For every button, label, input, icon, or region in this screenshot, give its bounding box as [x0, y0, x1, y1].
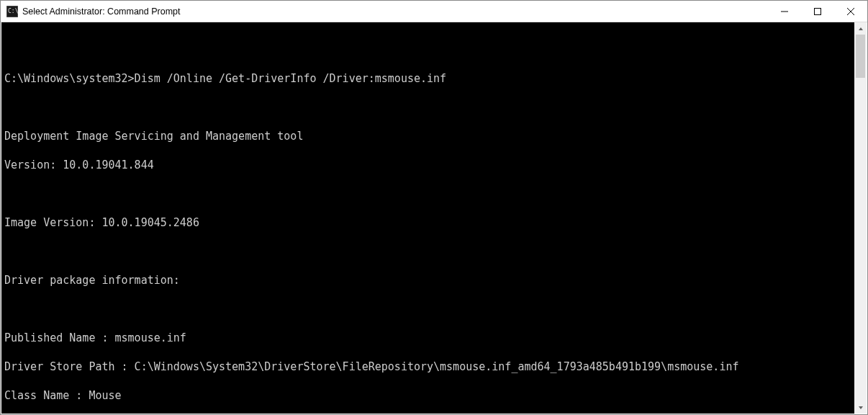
console-line: Driver package information: [4, 273, 854, 287]
window-title: Select Administrator: Command Prompt [22, 6, 181, 17]
svg-rect-3 [815, 9, 821, 15]
titlebar[interactable]: C:\ Select Administrator: Command Prompt [1, 1, 867, 22]
console-line: Class Name : Mouse [4, 388, 854, 403]
app-icon: C:\ [6, 6, 18, 17]
command-prompt-window: C:\ Select Administrator: Command Prompt… [0, 0, 868, 415]
window-controls [768, 1, 867, 22]
scroll-up-button[interactable] [854, 22, 867, 35]
minimize-button[interactable] [768, 1, 801, 22]
console-line [4, 43, 854, 57]
console-output[interactable]: C:\Windows\system32>Dism /Online /Get-Dr… [1, 22, 854, 414]
console-line: Deployment Image Servicing and Managemen… [4, 129, 854, 143]
scroll-down-button[interactable] [854, 401, 867, 414]
close-button[interactable] [834, 1, 867, 22]
console-line: Published Name : msmouse.inf [4, 331, 854, 345]
console-line [4, 244, 854, 259]
svg-text:C:\: C:\ [8, 8, 18, 14]
console-line: Driver Store Path : C:\Windows\System32\… [4, 360, 854, 374]
maximize-button[interactable] [801, 1, 834, 22]
console-line [4, 302, 854, 316]
console-area: C:\Windows\system32>Dism /Online /Get-Dr… [1, 22, 867, 414]
console-line-prompt: C:\Windows\system32>Dism /Online /Get-Dr… [4, 71, 854, 86]
console-line: Version: 10.0.19041.844 [4, 158, 854, 172]
scroll-thumb[interactable] [856, 35, 865, 78]
vertical-scrollbar[interactable] [854, 22, 867, 414]
console-line [4, 187, 854, 201]
console-line: Image Version: 10.0.19045.2486 [4, 215, 854, 230]
console-line [4, 100, 854, 115]
